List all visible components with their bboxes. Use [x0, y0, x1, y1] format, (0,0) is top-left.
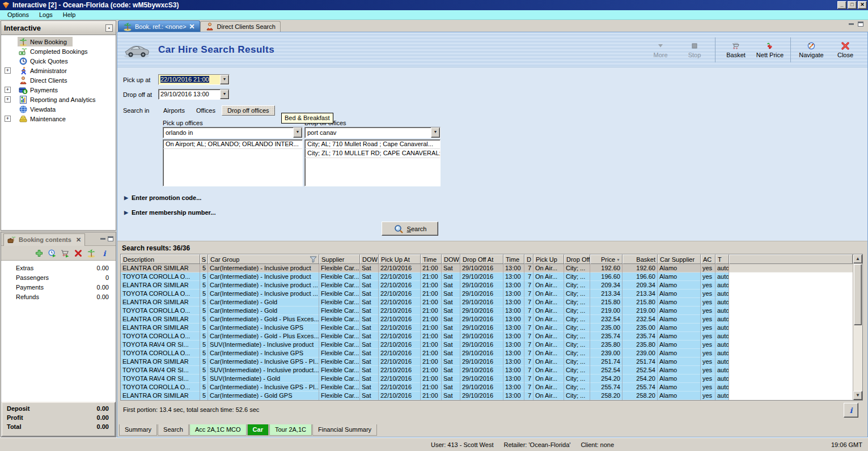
- sidebar-collapse-button[interactable]: -: [105, 24, 113, 32]
- panel-minimize-icon[interactable]: [849, 23, 854, 25]
- result-row[interactable]: TOYOTA RAV4 OR SI...5SUV(Intermediate) -…: [121, 375, 853, 383]
- column-header-d[interactable]: D: [524, 254, 533, 264]
- section-tab-acc-2a-1c-mco[interactable]: Acc 2A,1C MCO: [189, 424, 247, 436]
- office-list-item[interactable]: City; AL; 710 Mullet Road ; Cape Canaver…: [305, 140, 440, 149]
- membership-number-disclosure[interactable]: ▶ Enter membership number...: [124, 209, 867, 216]
- new-booking-button[interactable]: [87, 249, 96, 258]
- booking-item-refunds[interactable]: Refunds0.00: [1, 292, 116, 301]
- search-in-tab-offices[interactable]: Offices: [191, 106, 221, 115]
- booking-item-extras[interactable]: Extras0.00: [1, 263, 116, 273]
- expand-plus-icon[interactable]: +: [5, 96, 11, 103]
- booking-contents-maximize-icon[interactable]: [108, 236, 113, 241]
- office-list-item[interactable]: On Airport; AL; ORLANDO; ORLANDO INTER..…: [163, 140, 302, 149]
- expand-plus-icon[interactable]: +: [5, 116, 11, 122]
- promotion-code-disclosure[interactable]: ▶ Enter promotion code...: [124, 194, 867, 201]
- delete-button[interactable]: [74, 249, 83, 258]
- menu-logs[interactable]: Logs: [34, 11, 58, 19]
- result-row[interactable]: ELANTRA OR SIMILAR5Car(Intermediate) - I…: [121, 324, 853, 332]
- column-header-pick-up[interactable]: Pick Up: [533, 254, 564, 264]
- column-header-dow[interactable]: DOW: [442, 254, 460, 264]
- expand-plus-icon[interactable]: +: [5, 87, 11, 93]
- office-list-item[interactable]: City; ZL; 710 MULLET RD; CAPE CANAVERAL;…: [305, 149, 440, 158]
- scroll-track[interactable]: [853, 326, 862, 391]
- column-header-drop-off[interactable]: Drop Off: [564, 254, 590, 264]
- tab-booking-ref[interactable]: Book. ref.: <none> ✕: [118, 20, 200, 32]
- tab-direct-clients-search[interactable]: Direct Clients Search: [200, 21, 281, 32]
- sidebar-item-maintenance[interactable]: +Maintenance: [1, 114, 116, 124]
- toolbar-basket-button[interactable]: Basket: [719, 40, 752, 59]
- search-button[interactable]: Search: [382, 222, 438, 236]
- column-header-s[interactable]: S: [200, 254, 208, 264]
- sidebar-item-new-booking[interactable]: New Booking: [1, 37, 116, 46]
- move-to-basket-button[interactable]: [61, 249, 70, 258]
- result-row[interactable]: TOYOTA COROLLA O...5Car(Intermediate) - …: [121, 383, 853, 392]
- column-header-supplier[interactable]: Supplier: [319, 254, 360, 264]
- panel-maximize-icon[interactable]: [858, 22, 863, 27]
- result-row[interactable]: ELANTRA OR SIMILAR5Car(Intermediate) - I…: [121, 358, 853, 366]
- dropoff-at-field[interactable]: 29/10/2016 13:00 ▼: [158, 89, 230, 100]
- quick-quote-button[interactable]: [48, 249, 57, 258]
- sidebar-item-payments[interactable]: +$Payments: [1, 85, 116, 95]
- sidebar-item-viewdata[interactable]: Viewdata: [1, 104, 116, 114]
- booking-contents-close-icon[interactable]: ✕: [76, 236, 81, 244]
- toolbar-nett-price-button[interactable]: Nett Price: [753, 40, 786, 59]
- result-row[interactable]: TOYOTA COROLLA O...5Car(Intermediate) - …: [121, 349, 853, 358]
- result-row[interactable]: ELANTRA OR SIMILAR5Car(Intermediate) - G…: [121, 392, 853, 400]
- result-row[interactable]: TOYOTA COROLLA O...5Car(Intermediate) - …: [121, 273, 853, 281]
- booking-contents-minimize-icon[interactable]: [100, 238, 105, 240]
- search-in-tab-drop-off-offices[interactable]: Drop off offices: [222, 105, 275, 116]
- result-row[interactable]: ELANTRA OR SIMILAR5Car(Intermediate) - I…: [121, 264, 853, 273]
- result-row[interactable]: TOYOTA RAV4 OR SI...5SUV(Intermediate) -…: [121, 366, 853, 375]
- scroll-thumb[interactable]: [854, 264, 862, 325]
- toolbar-close-button[interactable]: Close: [829, 40, 862, 59]
- column-header-time[interactable]: Time: [421, 254, 442, 264]
- scroll-down-icon[interactable]: ▼: [853, 391, 862, 400]
- pickup-offices-combo[interactable]: orlando in ▼: [163, 127, 303, 138]
- booking-item-passengers[interactable]: Passengers0: [1, 273, 116, 282]
- expand-plus-icon[interactable]: +: [5, 67, 11, 74]
- search-in-tab-airports[interactable]: Airports: [158, 106, 190, 115]
- column-header-car-supplier[interactable]: Car Supplier: [658, 254, 701, 264]
- column-header-dow[interactable]: DOW: [360, 254, 379, 264]
- booking-item-payments[interactable]: Payments0.00: [1, 282, 116, 292]
- menu-help[interactable]: Help: [58, 11, 81, 19]
- info-button[interactable]: i: [844, 403, 858, 418]
- menu-options[interactable]: Options: [2, 11, 34, 19]
- column-header-basket[interactable]: Basket: [623, 254, 658, 264]
- dropoff-at-dropdown-icon[interactable]: ▼: [220, 90, 229, 99]
- column-header-price[interactable]: Price▼: [590, 254, 623, 264]
- pickup-at-field[interactable]: 22/10/2016 21:00 ▼: [158, 74, 230, 85]
- minimize-button[interactable]: _: [837, 1, 846, 9]
- column-header-car-group[interactable]: Car Group: [208, 254, 319, 264]
- pickup-at-dropdown-icon[interactable]: ▼: [220, 75, 229, 84]
- column-header-pick-up-at[interactable]: Pick Up At: [379, 254, 421, 264]
- dropoff-offices-dropdown-icon[interactable]: ▼: [431, 127, 440, 138]
- column-header-time[interactable]: Time: [503, 254, 524, 264]
- sidebar-item-completed-bookings[interactable]: Completed Bookings: [1, 46, 116, 56]
- maximize-button[interactable]: □: [848, 1, 857, 9]
- toolbar-navigate-button[interactable]: Navigate: [795, 40, 828, 59]
- result-row[interactable]: TOYOTA COROLLA O...5Car(Intermediate) - …: [121, 332, 853, 341]
- column-header-ac[interactable]: AC: [701, 254, 715, 264]
- result-row[interactable]: TOYOTA RAV4 OR SI...5SUV(Intermediate) -…: [121, 341, 853, 349]
- column-header-t[interactable]: T: [715, 254, 729, 264]
- vertical-scrollbar[interactable]: ▲ ▼: [853, 254, 862, 400]
- sidebar-item-reporting-and-analytics[interactable]: +Reporting and Analytics: [1, 95, 116, 104]
- result-row[interactable]: ELANTRA OR SIMILAR5Car(Intermediate) - I…: [121, 281, 853, 290]
- section-tab-financial-summary[interactable]: Financial Summary: [312, 424, 377, 436]
- result-row[interactable]: TOYOTA COROLLA O...5Car(Intermediate) - …: [121, 290, 853, 298]
- add-button[interactable]: [35, 249, 44, 258]
- dropoff-offices-combo[interactable]: port canav ▼: [304, 127, 441, 138]
- result-row[interactable]: ELANTRA OR SIMILAR5Car(Intermediate) - G…: [121, 315, 853, 324]
- info-button[interactable]: i: [100, 249, 109, 258]
- close-window-button[interactable]: ✕: [858, 1, 867, 9]
- result-row[interactable]: ELANTRA OR SIMILAR5Car(Intermediate) - G…: [121, 298, 853, 307]
- pickup-offices-dropdown-icon[interactable]: ▼: [293, 127, 302, 138]
- tab-close-icon[interactable]: ✕: [189, 23, 195, 31]
- sidebar-item-direct-clients[interactable]: Direct Clients: [1, 75, 116, 85]
- section-tab-car[interactable]: Car: [247, 424, 269, 436]
- section-tab-tour-2a-1c[interactable]: Tour 2A,1C: [269, 424, 312, 436]
- sidebar-item-quick-quotes[interactable]: Quick Quotes: [1, 56, 116, 66]
- column-header-drop-off-at[interactable]: Drop Off At: [460, 254, 503, 264]
- scroll-up-icon[interactable]: ▲: [853, 254, 862, 263]
